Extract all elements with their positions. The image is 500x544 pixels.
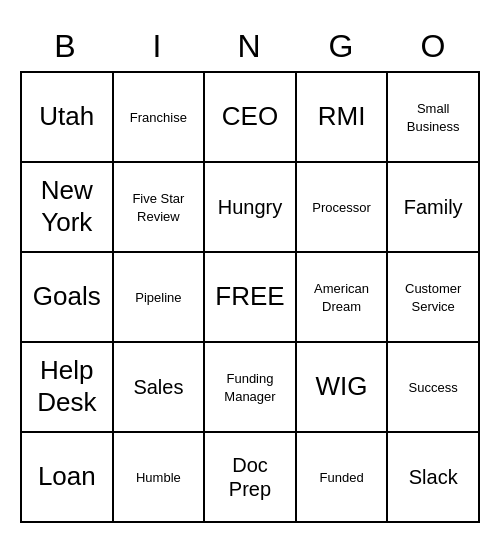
cell-text: Sales <box>133 376 183 398</box>
cell-text: Funded <box>320 470 364 485</box>
bingo-cell: Funded <box>296 432 388 522</box>
bingo-grid: UtahFranchiseCEORMISmall BusinessNew Yor… <box>20 71 480 523</box>
cell-text: FREE <box>215 281 284 311</box>
header-letter: N <box>204 22 296 71</box>
bingo-cell: New York <box>21 162 113 252</box>
bingo-cell: Funding Manager <box>204 342 296 432</box>
header-letter: I <box>112 22 204 71</box>
bingo-cell: Humble <box>113 432 205 522</box>
bingo-cell: Customer Service <box>387 252 479 342</box>
header-letter: G <box>296 22 388 71</box>
bingo-cell: Goals <box>21 252 113 342</box>
cell-text: Pipeline <box>135 290 181 305</box>
bingo-cell: Small Business <box>387 72 479 162</box>
bingo-cell: Slack <box>387 432 479 522</box>
header-letter: B <box>20 22 112 71</box>
bingo-cell: Processor <box>296 162 388 252</box>
bingo-cell: FREE <box>204 252 296 342</box>
bingo-cell: CEO <box>204 72 296 162</box>
bingo-cell: Loan <box>21 432 113 522</box>
cell-text: WIG <box>316 371 368 401</box>
bingo-cell: Hungry <box>204 162 296 252</box>
bingo-cell: WIG <box>296 342 388 432</box>
cell-text: Customer Service <box>405 281 461 314</box>
bingo-header: BINGO <box>20 22 480 71</box>
bingo-cell: Sales <box>113 342 205 432</box>
cell-text: Doc Prep <box>229 454 271 500</box>
cell-text: Slack <box>409 466 458 488</box>
cell-text: Goals <box>33 281 101 311</box>
bingo-cell: RMI <box>296 72 388 162</box>
cell-text: Humble <box>136 470 181 485</box>
table-row: GoalsPipelineFREEAmerican DreamCustomer … <box>21 252 479 342</box>
cell-text: New York <box>41 175 93 236</box>
bingo-cell: Doc Prep <box>204 432 296 522</box>
bingo-cell: American Dream <box>296 252 388 342</box>
cell-text: Small Business <box>407 101 460 134</box>
cell-text: American Dream <box>314 281 369 314</box>
cell-text: Five Star Review <box>132 191 184 224</box>
bingo-cell: Help Desk <box>21 342 113 432</box>
table-row: New YorkFive Star ReviewHungryProcessorF… <box>21 162 479 252</box>
cell-text: RMI <box>318 101 366 131</box>
bingo-cell: Success <box>387 342 479 432</box>
cell-text: Processor <box>312 200 371 215</box>
cell-text: Family <box>404 196 463 218</box>
cell-text: Franchise <box>130 110 187 125</box>
bingo-cell: Family <box>387 162 479 252</box>
table-row: UtahFranchiseCEORMISmall Business <box>21 72 479 162</box>
bingo-cell: Five Star Review <box>113 162 205 252</box>
cell-text: Help Desk <box>37 355 96 416</box>
cell-text: Utah <box>39 101 94 131</box>
bingo-cell: Utah <box>21 72 113 162</box>
cell-text: CEO <box>222 101 278 131</box>
header-letter: O <box>388 22 480 71</box>
cell-text: Hungry <box>218 196 282 218</box>
cell-text: Funding Manager <box>224 371 275 404</box>
table-row: Help DeskSalesFunding ManagerWIGSuccess <box>21 342 479 432</box>
table-row: LoanHumbleDoc PrepFundedSlack <box>21 432 479 522</box>
cell-text: Success <box>409 380 458 395</box>
cell-text: Loan <box>38 461 96 491</box>
bingo-cell: Franchise <box>113 72 205 162</box>
bingo-cell: Pipeline <box>113 252 205 342</box>
